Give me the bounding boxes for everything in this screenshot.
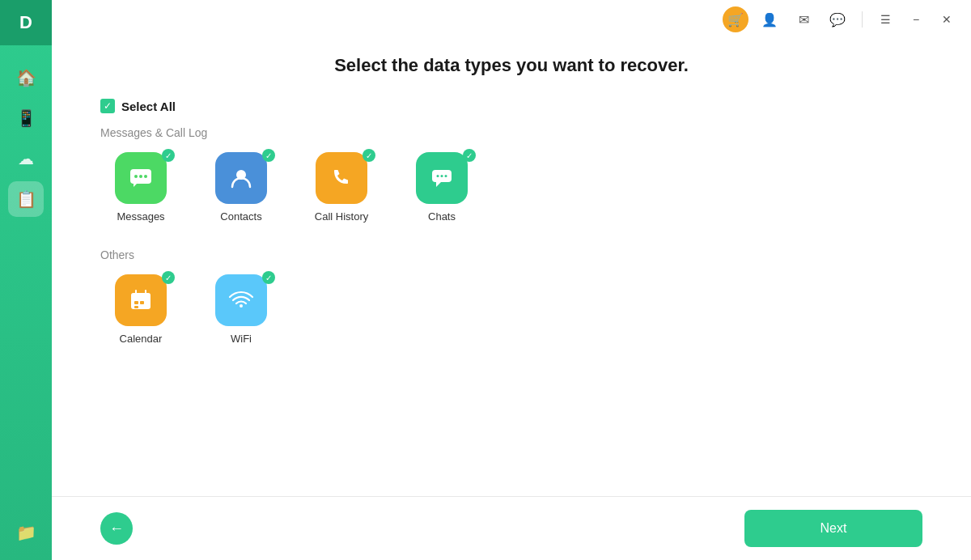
select-all-checkbox[interactable]: ✓ [100,99,115,113]
contacts-check: ✓ [262,149,275,162]
calendar-label: Calendar [120,333,163,345]
menu-icon[interactable]: ☰ [874,8,897,31]
svg-point-10 [445,175,447,177]
wifi-icon [215,274,267,326]
email-icon[interactable]: ✉ [791,6,816,32]
chats-label: Chats [428,210,456,223]
svg-point-3 [139,175,142,178]
chats-check: ✓ [463,149,476,162]
messages-icon [115,152,167,204]
svg-point-8 [437,175,439,177]
sidebar: D 🏠 📱 ☁ 📋 📁 [0,0,52,560]
sidebar-item-files[interactable]: 📁 [8,515,44,550]
next-button[interactable]: Next [744,510,922,547]
select-all-row[interactable]: ✓ Select All [100,99,922,113]
item-messages[interactable]: ✓ Messages [100,152,181,223]
calendar-icon [115,274,167,326]
footer: ← Next [52,496,971,560]
page-title: Select the data types you want to recove… [100,55,922,76]
sidebar-item-home[interactable]: 🏠 [8,60,44,95]
section-others-label: Others [100,248,922,261]
close-button[interactable]: ✕ [935,8,958,31]
svg-rect-16 [140,301,144,304]
titlebar: 🛒 👤 ✉ 💬 ☰ − ✕ [52,0,971,39]
messages-grid: ✓ Messages ✓ [100,152,922,223]
calendar-check: ✓ [162,271,175,284]
content-area: Select the data types you want to recove… [52,39,971,496]
svg-point-4 [144,175,147,178]
messages-check: ✓ [162,149,175,162]
call-history-icon [316,152,367,204]
svg-rect-17 [134,306,138,308]
select-all-label: Select All [121,100,176,113]
call-history-check: ✓ [363,149,375,162]
svg-point-9 [441,175,443,177]
svg-point-2 [134,175,138,178]
item-wifi[interactable]: ✓ WiFi [201,274,282,345]
main-panel: 🛒 👤 ✉ 💬 ☰ − ✕ Select the data types you … [52,0,971,560]
messages-label: Messages [117,210,164,223]
app-logo: D [0,0,52,45]
contacts-icon [215,152,267,204]
contacts-label: Contacts [220,210,261,223]
cart-icon[interactable]: 🛒 [723,6,748,32]
others-grid: ✓ Calendar ✓ [100,274,922,345]
wifi-label: WiFi [231,333,252,345]
sidebar-item-device[interactable]: 📱 [8,100,44,136]
svg-marker-7 [436,182,441,187]
svg-rect-12 [131,293,151,299]
user-icon[interactable]: 👤 [757,6,782,32]
item-contacts[interactable]: ✓ Contacts [201,152,282,223]
titlebar-separator [862,11,863,28]
chats-icon [416,152,468,204]
wifi-check: ✓ [262,271,275,284]
item-calendar[interactable]: ✓ Calendar [100,274,181,345]
call-history-label: Call History [315,210,368,223]
chat-icon[interactable]: 💬 [825,6,850,32]
minimize-button[interactable]: − [905,8,927,31]
sidebar-item-backup[interactable]: ☁ [8,141,44,176]
back-button[interactable]: ← [100,512,133,545]
svg-rect-15 [134,301,138,304]
section-messages-label: Messages & Call Log [100,126,922,139]
item-chats[interactable]: ✓ Chats [401,152,482,223]
sidebar-bottom: 📁 [8,515,44,560]
sidebar-nav: 🏠 📱 ☁ 📋 [0,53,52,515]
sidebar-item-recover[interactable]: 📋 [8,181,44,217]
item-call-history[interactable]: ✓ Call History [301,152,382,223]
